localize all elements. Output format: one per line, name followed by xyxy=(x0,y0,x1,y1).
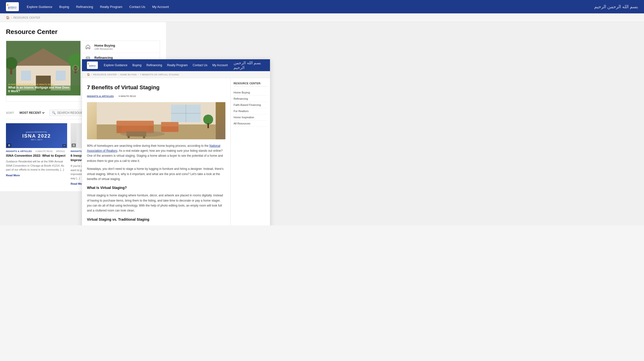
svg-rect-41 xyxy=(208,123,209,128)
svg-point-40 xyxy=(203,115,213,125)
nav-buying[interactable]: Buying xyxy=(59,5,69,9)
article-nav-explore[interactable]: Explore Guidance xyxy=(104,64,127,67)
nav-contact-us[interactable]: Contact Us xyxy=(129,5,145,9)
article-panel: guidance RESIDENTIAL Explore Guidance Bu… xyxy=(82,59,270,225)
section2-heading: Virtual Staging vs. Traditional Staging xyxy=(87,217,226,223)
article-meta-1: INSIGHTS & ARTICLES · 4 MINUTE READ · 8/… xyxy=(6,150,67,153)
breadcrumb: 🏠 › RESOURCE CENTER xyxy=(0,14,644,22)
article-layout: 7 Benefits of Virtual Staging INSIGHTS &… xyxy=(82,78,270,225)
sidebar-heading: RESOURCE CENTER: xyxy=(234,82,267,87)
sidebar-nav-faith[interactable]: Faith-Based Financing xyxy=(234,102,267,108)
read-more-1[interactable]: Read More xyxy=(6,174,67,177)
logo-name: guidance xyxy=(8,6,17,8)
sort-label: SORT: xyxy=(6,111,14,114)
svg-rect-33 xyxy=(117,126,122,133)
article-meta-main: INSIGHTS & ARTICLES · 9 MINUTE READ xyxy=(87,94,226,98)
article-nav-calligraphy: بسم الله الرحمن الرحيم xyxy=(234,61,265,70)
svg-rect-5 xyxy=(56,71,66,81)
bc2-home-icon[interactable]: 🏠 xyxy=(87,73,90,76)
article-thumb-1: guidance RESIDENTIAL ISNA 2022 SEP 2 - S… xyxy=(6,123,67,148)
home-buying-icon xyxy=(84,43,92,50)
nav-explore-guidance[interactable]: Explore Guidance xyxy=(27,5,52,9)
article-link-nar[interactable]: National Association of Realtors xyxy=(87,144,220,153)
article-logo[interactable]: guidance RESIDENTIAL xyxy=(87,62,98,69)
article-nav-account[interactable]: My Account xyxy=(212,64,228,67)
sidebar-nav-all[interactable]: All Resources xyxy=(234,121,267,127)
nav-links: Explore Guidance Buying Refinancing Real… xyxy=(27,5,594,9)
article-sidebar: RESOURCE CENTER: Home Buying Refinancing… xyxy=(230,78,270,225)
bc2-resource-center: RESOURCE CENTER xyxy=(93,73,117,76)
article-tag-1: INSIGHTS & ARTICLES xyxy=(6,150,32,153)
article-body: 90% of homebuyers are searching online d… xyxy=(87,143,226,225)
featured-arrow[interactable]: › xyxy=(72,65,78,71)
article-hero-image xyxy=(87,102,226,139)
thumb-icon-2: 🖼 xyxy=(72,144,76,147)
bc2-current-page: 7 BENEFITS OF VIRTUAL STAGING xyxy=(140,73,179,76)
sidebar-nav-home-buying[interactable]: Home Buying xyxy=(234,90,267,96)
article-date-1: 8/5/2022 xyxy=(56,150,65,153)
search-icon: 🔍 xyxy=(52,111,56,115)
nav-my-account[interactable]: My Account xyxy=(152,5,169,9)
svg-rect-36 xyxy=(161,122,178,126)
nav-refinancing[interactable]: Refinancing xyxy=(76,5,93,9)
category-name: Home Buying 148 Resources xyxy=(94,44,115,50)
article-content: 7 Benefits of Virtual Staging INSIGHTS &… xyxy=(82,78,230,225)
logo2-tagline: RESIDENTIAL xyxy=(89,66,96,68)
page-title: Resource Center xyxy=(6,28,160,36)
featured-title: What Is an Islamic Mortgage and How Does… xyxy=(8,86,72,94)
article-read-main: 9 MINUTE READ xyxy=(119,95,136,97)
logo[interactable]: guidance RESIDENTIAL xyxy=(6,2,19,11)
bc2-home-buying: HOME BUYING xyxy=(120,73,137,76)
breadcrumb-resource-center: RESOURCE CENTER xyxy=(14,16,40,19)
article-nav-realty[interactable]: Realty Program xyxy=(167,64,188,67)
article-tag-main[interactable]: INSIGHTS & ARTICLES xyxy=(87,95,114,97)
article-navbar: guidance RESIDENTIAL Explore Guidance Bu… xyxy=(82,59,270,71)
sidebar-nav-refinancing[interactable]: Refinancing xyxy=(234,96,267,102)
section1-heading: What Is Virtual Staging? xyxy=(87,185,226,191)
sort-select[interactable]: MOST RECENT xyxy=(18,111,45,115)
article-read-time-1: 4 MINUTE READ xyxy=(36,150,53,153)
svg-point-42 xyxy=(120,131,165,137)
article-breadcrumb: 🏠 › RESOURCE CENTER › HOME BUYING › 7 BE… xyxy=(82,71,270,78)
category-home-buying[interactable]: Home Buying 148 Resources xyxy=(80,41,160,53)
featured-image: ★ FEATURED RESOURCE · 10 MINUTE READ Wha… xyxy=(6,41,80,96)
article-excerpt-1: Guidance Residential will be at the 59th… xyxy=(6,159,67,172)
article-card-1: guidance RESIDENTIAL ISNA 2022 SEP 2 - S… xyxy=(6,123,67,185)
article-nav-links: Explore Guidance Buying Refinancing Real… xyxy=(104,64,228,67)
sidebar-nav-realtors[interactable]: For Realtors xyxy=(234,108,267,114)
thumb-icon-1: 🖼 xyxy=(7,144,11,147)
featured-label: ★ FEATURED RESOURCE · 10 MINUTE READ xyxy=(8,83,54,86)
main-navbar: guidance RESIDENTIAL Explore Guidance Bu… xyxy=(0,0,644,14)
sidebar-nav-inspiration[interactable]: Home Inspiration xyxy=(234,114,267,121)
article-nav-buying[interactable]: Buying xyxy=(132,64,142,67)
article-main-title: 7 Benefits of Virtual Staging xyxy=(87,84,226,91)
svg-rect-32 xyxy=(117,121,154,126)
breadcrumb-sep-1: › xyxy=(11,16,12,19)
nav-realty-program[interactable]: Realty Program xyxy=(100,5,122,9)
article-nav-refinancing[interactable]: Refinancing xyxy=(146,64,162,67)
home-icon[interactable]: 🏠 xyxy=(6,16,10,19)
nav-calligraphy: بسم الله الرحمن الرحيم xyxy=(594,4,638,10)
svg-rect-4 xyxy=(21,71,31,81)
logo-tagline: RESIDENTIAL xyxy=(8,8,17,10)
article-title-1: ISNA Convention 2022: What to Expect xyxy=(6,153,67,158)
article-nav-contact[interactable]: Contact Us xyxy=(193,64,207,67)
svg-rect-8 xyxy=(10,68,12,74)
